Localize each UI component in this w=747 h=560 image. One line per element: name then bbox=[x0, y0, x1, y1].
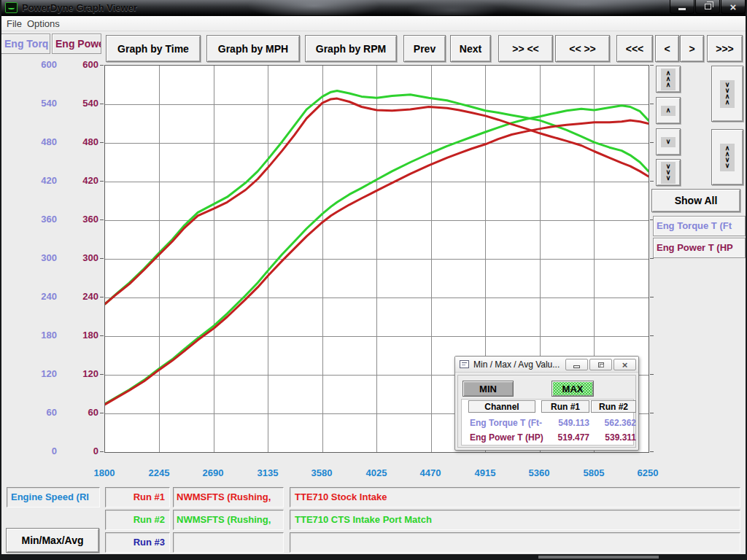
window-border-bottom[interactable] bbox=[0, 554, 747, 560]
y-tick-power-60: 60 bbox=[0, 406, 98, 419]
minmax-window-icon bbox=[460, 360, 469, 368]
window-title: PowerDyne Graph Viewer bbox=[22, 2, 137, 13]
toolbar-button-[interactable]: > bbox=[680, 35, 704, 62]
minmax-run1-value: 549.113 bbox=[538, 417, 589, 429]
axis-tick-mark bbox=[650, 258, 654, 259]
run-name-run2[interactable]: NWMSFTS (Rushing, bbox=[173, 510, 284, 530]
column-header-run2[interactable]: Run #2 bbox=[591, 400, 636, 413]
y-tick-power-240: 240 bbox=[0, 290, 98, 303]
toolbar-button-[interactable]: <<< bbox=[616, 35, 653, 62]
minmax-run2-value: 562.362 bbox=[587, 417, 636, 429]
max-tab-label: MAX bbox=[562, 384, 584, 394]
toolbar-button-[interactable]: < bbox=[655, 35, 679, 62]
column-header-run1[interactable]: Run #1 bbox=[541, 400, 589, 413]
show-all-button[interactable]: Show All bbox=[651, 189, 740, 212]
axis-tick-mark bbox=[100, 335, 104, 336]
y-tick-power-420: 420 bbox=[0, 174, 98, 187]
scroll-up-fast-button[interactable]: ∧∧∧ bbox=[656, 66, 681, 93]
axis-tick-mark bbox=[650, 374, 654, 375]
y-tick-power-180: 180 bbox=[0, 329, 98, 342]
toolbar-button-[interactable]: << >> bbox=[555, 35, 610, 62]
y-tick-power-120: 120 bbox=[0, 368, 98, 381]
y-axis-torque-label: Eng Torq bbox=[4, 38, 48, 50]
toolbar-button-[interactable]: >> << bbox=[498, 35, 553, 62]
minmax-run1-value: 519.477 bbox=[538, 432, 589, 443]
run-label-run2[interactable]: Run #2 bbox=[105, 510, 170, 530]
toolbar-button-[interactable]: >>> bbox=[707, 35, 743, 62]
axis-tick-mark bbox=[100, 374, 104, 375]
y-tick-power-540: 540 bbox=[0, 97, 98, 110]
run-comment-run3[interactable] bbox=[290, 532, 740, 553]
min-tab-button[interactable]: MIN bbox=[462, 381, 514, 397]
close-icon: × bbox=[730, 1, 737, 12]
axis-tick-mark bbox=[650, 335, 654, 336]
minimize-icon bbox=[573, 365, 580, 368]
toolbar-button-prev[interactable]: Prev bbox=[403, 35, 446, 62]
minmax-window-title: Min / Max / Avg Valu... bbox=[473, 359, 560, 370]
maximize-restore-button[interactable] bbox=[695, 0, 720, 14]
menu-options[interactable]: Options bbox=[27, 18, 60, 29]
minmaxavg-label: Min/Max/Avg bbox=[21, 534, 83, 546]
minmax-title-bar[interactable]: Min / Max / Avg Valu... × bbox=[455, 357, 638, 373]
axis-tick-mark bbox=[650, 65, 654, 66]
x-tick-4470: 4470 bbox=[405, 467, 456, 479]
run-label-run3[interactable]: Run #3 bbox=[105, 532, 170, 553]
zoom-collapse-button[interactable]: ∨∨∧∧ bbox=[711, 66, 743, 122]
x-tick-4025: 4025 bbox=[351, 467, 402, 479]
axis-tick-mark bbox=[100, 104, 104, 104]
y-tick-power-300: 300 bbox=[0, 252, 98, 265]
run-comment-run2[interactable]: TTE710 CTS Intake Port Match bbox=[290, 510, 740, 530]
minmax-window[interactable]: Min / Max / Avg Valu... × MIN MAX Channe… bbox=[454, 356, 639, 451]
restore-icon bbox=[705, 4, 711, 9]
axis-tick-mark bbox=[650, 104, 654, 104]
y-axis-power-header[interactable]: Eng Powe bbox=[52, 34, 101, 54]
legend-torque[interactable]: Eng Torque T (Ft bbox=[653, 216, 746, 236]
x-tick-1800: 1800 bbox=[79, 467, 130, 479]
show-all-label: Show All bbox=[675, 195, 718, 206]
x-axis-channel-box[interactable]: Engine Speed (RI bbox=[7, 487, 100, 508]
close-icon: × bbox=[622, 360, 628, 370]
axis-tick-mark bbox=[650, 142, 654, 143]
y-axis-torque-header[interactable]: Eng Torq bbox=[1, 34, 50, 54]
scroll-up-button[interactable]: ∧ bbox=[656, 97, 681, 124]
max-tab-button[interactable]: MAX bbox=[551, 381, 594, 397]
minmax-close-button[interactable]: × bbox=[614, 359, 636, 370]
scroll-down-button[interactable]: ∨ bbox=[656, 128, 681, 155]
toolbar-button-graph-by-time[interactable]: Graph by Time bbox=[106, 35, 201, 62]
title-bar[interactable]: PowerDyne Graph Viewer × bbox=[0, 0, 747, 16]
scroll-down-fast-button[interactable]: ∨∨∨ bbox=[656, 159, 681, 186]
x-tick-2690: 2690 bbox=[187, 467, 239, 479]
axis-tick-mark bbox=[100, 181, 104, 182]
x-tick-2245: 2245 bbox=[133, 467, 185, 479]
minmax-restore-button[interactable] bbox=[589, 359, 612, 370]
y-tick-power-0: 0 bbox=[0, 445, 98, 458]
zoom-expand-button[interactable]: ∧∧∨∨ bbox=[711, 129, 743, 185]
toolbar-button-graph-by-mph[interactable]: Graph by MPH bbox=[206, 35, 300, 62]
minmaxavg-button[interactable]: Min/Max/Avg bbox=[6, 528, 99, 553]
y-axis-power-label: Eng Powe bbox=[55, 38, 101, 50]
minimize-button[interactable] bbox=[670, 0, 694, 14]
toolbar-button-graph-by-rpm[interactable]: Graph by RPM bbox=[305, 35, 397, 62]
run-comment-run1[interactable]: TTE710 Stock Intake bbox=[290, 487, 740, 508]
minmax-minimize-button[interactable] bbox=[565, 359, 588, 370]
minmax-body: MIN MAX Channel Run #1 Run #2 Eng Torque… bbox=[457, 375, 636, 448]
axis-tick-mark bbox=[100, 258, 104, 259]
axis-tick-mark bbox=[650, 297, 654, 298]
x-tick-4915: 4915 bbox=[460, 467, 511, 479]
min-tab-label: MIN bbox=[479, 384, 497, 394]
legend-torque-label: Eng Torque T (Ft bbox=[657, 220, 732, 231]
axis-tick-mark bbox=[650, 413, 654, 413]
y-tick-power-360: 360 bbox=[0, 213, 98, 226]
legend-power[interactable]: Eng Power T (HP bbox=[653, 238, 746, 258]
x-tick-5360: 5360 bbox=[514, 467, 565, 479]
column-header-label: Run #2 bbox=[599, 402, 628, 412]
column-header-label: Channel bbox=[484, 402, 519, 412]
column-header-channel[interactable]: Channel bbox=[468, 400, 535, 413]
toolbar-button-next[interactable]: Next bbox=[450, 35, 491, 62]
run-name-run3[interactable] bbox=[173, 532, 284, 553]
run-label-run1[interactable]: Run #1 bbox=[105, 487, 170, 508]
app-icon bbox=[5, 2, 18, 13]
close-button[interactable]: × bbox=[721, 0, 746, 14]
menu-file[interactable]: File bbox=[7, 18, 22, 29]
run-name-run1[interactable]: NWMSFTS (Rushing, bbox=[173, 487, 284, 508]
